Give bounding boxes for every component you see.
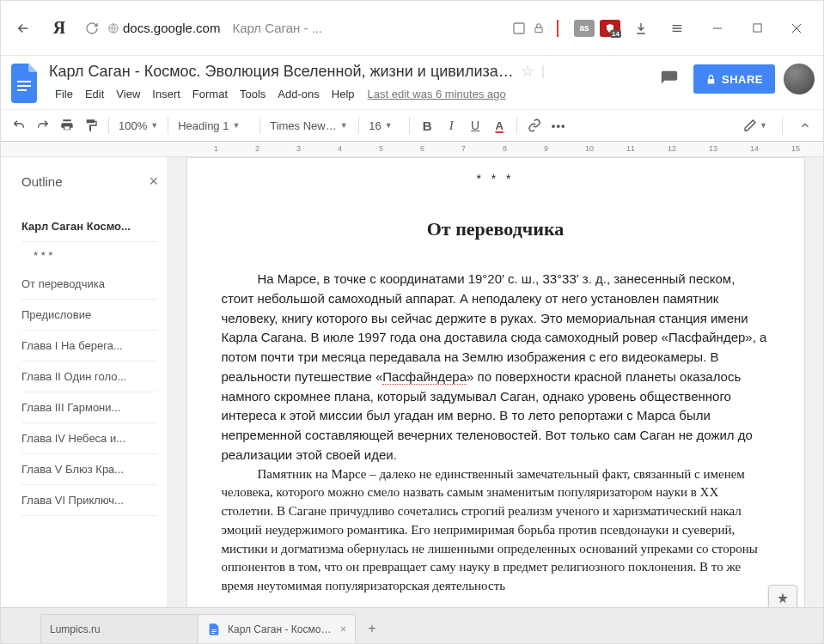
last-edit-link[interactable]: Last edit was 6 minutes ago xyxy=(368,88,506,100)
outline-title: Outline xyxy=(21,174,63,189)
menu-add-ons[interactable]: Add-ons xyxy=(272,86,325,102)
document-title[interactable]: Карл Саган - Космос. Эволюция Вселенной,… xyxy=(49,63,514,81)
outline-item[interactable]: Глава IV Небеса и... xyxy=(21,423,157,454)
comments-button[interactable] xyxy=(654,64,685,94)
address-bar[interactable]: docs.google.com Карл Саган - ... xyxy=(80,14,569,43)
svg-rect-2 xyxy=(535,27,542,32)
svg-rect-4 xyxy=(17,81,31,82)
redo-button[interactable] xyxy=(32,114,54,137)
tab-label: Карл Саган - Космос. Эв xyxy=(228,623,333,635)
user-avatar[interactable] xyxy=(784,64,815,94)
globe-icon xyxy=(107,22,119,34)
svg-rect-7 xyxy=(211,629,216,630)
svg-rect-3 xyxy=(753,24,760,32)
bold-button[interactable]: B xyxy=(416,114,438,137)
docs-favicon xyxy=(207,623,221,636)
svg-rect-1 xyxy=(514,23,524,33)
menu-insert[interactable]: Insert xyxy=(146,86,186,102)
italic-button[interactable]: I xyxy=(440,114,462,137)
svg-rect-5 xyxy=(17,85,31,87)
menu-help[interactable]: Help xyxy=(326,86,361,102)
downloads-button[interactable] xyxy=(626,13,656,44)
outline-item[interactable]: Глава III Гармони... xyxy=(21,392,157,423)
fontsize-dropdown[interactable]: 16▼ xyxy=(365,114,403,137)
outline-item[interactable]: Глава I На берега... xyxy=(21,331,157,361)
outline-item[interactable]: * * * xyxy=(21,242,158,269)
translate-icon[interactable] xyxy=(512,21,526,35)
new-tab-button[interactable]: + xyxy=(360,617,384,641)
outline-item[interactable]: Карл Саган Космо... xyxy=(21,211,157,242)
lock-icon xyxy=(533,22,545,34)
paint-format-button[interactable] xyxy=(80,114,102,137)
more-button[interactable]: ••• xyxy=(547,114,570,137)
back-button[interactable] xyxy=(8,13,39,44)
extension-ublock-icon[interactable]: 14 xyxy=(600,20,620,37)
share-button[interactable]: SHARE xyxy=(693,64,775,94)
star-icon[interactable]: ☆ xyxy=(521,62,534,81)
close-tab-button[interactable]: × xyxy=(340,623,346,635)
minimize-button[interactable] xyxy=(698,13,737,44)
spell-error[interactable]: Пасфайндера xyxy=(382,369,467,385)
svg-rect-6 xyxy=(17,89,27,91)
tab-label: Lumpics.ru xyxy=(50,623,101,635)
page-separator: * * * xyxy=(222,172,770,185)
url-page-title: Карл Саган - ... xyxy=(232,21,322,35)
collapse-toolbar-button[interactable] xyxy=(794,114,816,137)
menu-tools[interactable]: Tools xyxy=(234,86,272,102)
svg-rect-8 xyxy=(211,631,216,632)
yandex-home-button[interactable]: Я xyxy=(44,13,75,44)
browser-tab[interactable]: Карл Саган - Космос. Эв × xyxy=(198,614,356,643)
outline-item[interactable]: От переводчика xyxy=(21,269,157,300)
settings-menu-button[interactable] xyxy=(662,13,693,44)
svg-rect-9 xyxy=(211,633,214,634)
text-color-button[interactable]: A xyxy=(488,114,510,137)
editing-mode-button[interactable]: ▼ xyxy=(740,114,771,137)
outline-panel: Outline × Карл Саган Космо...* * *От пер… xyxy=(1,157,168,638)
underline-button[interactable]: U xyxy=(464,114,486,137)
outline-item[interactable]: Предисловие xyxy=(21,300,157,331)
ruler[interactable]: 123456789101112131415 xyxy=(1,142,823,157)
close-window-button[interactable] xyxy=(777,13,816,44)
maximize-button[interactable] xyxy=(737,13,777,44)
outline-item[interactable]: Глава II Один голо... xyxy=(21,361,157,392)
extension-lastfm-icon[interactable]: as xyxy=(574,20,595,37)
docs-logo[interactable] xyxy=(8,61,42,106)
undo-button[interactable] xyxy=(8,114,30,137)
tab-bar: Lumpics.ru Карл Саган - Космос. Эв × + xyxy=(1,607,823,643)
lock-icon xyxy=(705,74,717,85)
browser-tab[interactable]: Lumpics.ru xyxy=(40,614,198,643)
menu-format[interactable]: Format xyxy=(186,86,234,102)
zoom-dropdown[interactable]: 100%▼ xyxy=(115,114,162,137)
menu-view[interactable]: View xyxy=(110,86,146,102)
font-dropdown[interactable]: Times New…▼ xyxy=(266,114,352,137)
document-canvas[interactable]: * * * От переводчика На Марсе, в точке с… xyxy=(168,157,823,638)
outline-item[interactable]: Глава VI Приключ... xyxy=(21,485,157,516)
link-button[interactable] xyxy=(523,114,546,137)
page: * * * От переводчика На Марсе, в точке с… xyxy=(186,157,805,638)
outline-item[interactable]: Глава V Блюз Кра... xyxy=(21,454,157,485)
print-button[interactable] xyxy=(56,114,78,137)
close-outline-button[interactable]: × xyxy=(149,173,158,191)
reload-icon xyxy=(85,21,99,35)
page-paragraph: Памятник на Марсе – далеко не единственн… xyxy=(222,465,770,596)
toolbar: 100%▼ Heading 1▼ Times New…▼ 16▼ B I U A… xyxy=(1,109,823,142)
menu-edit[interactable]: Edit xyxy=(79,86,110,102)
page-paragraph: На Марсе, в точке с координатами 19°20′ … xyxy=(222,270,770,465)
menu-file[interactable]: File xyxy=(49,86,79,102)
page-heading: От переводчика xyxy=(222,218,770,240)
url-host: docs.google.com xyxy=(123,21,220,35)
style-dropdown[interactable]: Heading 1▼ xyxy=(174,114,253,137)
